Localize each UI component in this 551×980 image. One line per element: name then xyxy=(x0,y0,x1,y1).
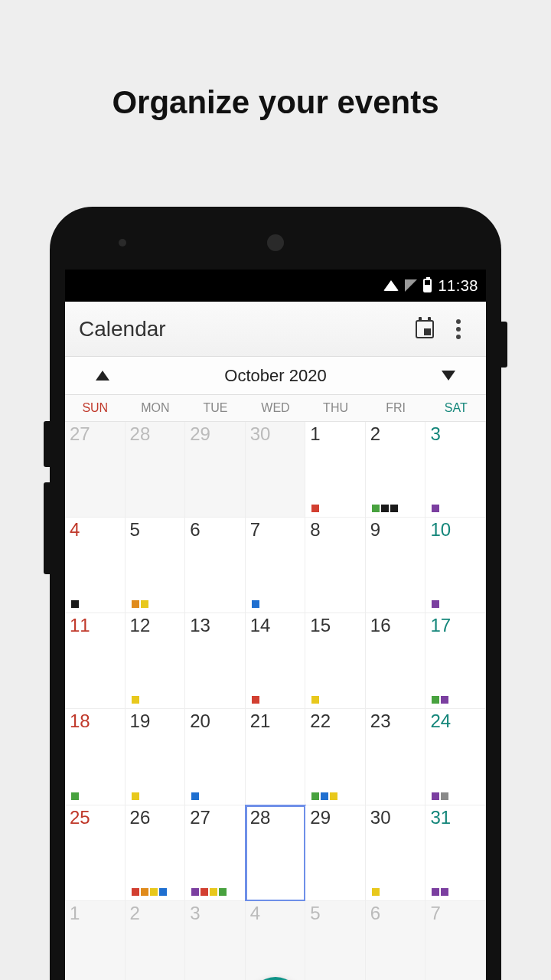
event-dots xyxy=(432,600,482,608)
calendar-cell[interactable]: 22 xyxy=(305,709,366,805)
day-number: 21 xyxy=(250,712,302,730)
day-number: 16 xyxy=(370,616,422,635)
event-dots xyxy=(71,792,122,800)
event-dots xyxy=(132,888,182,896)
day-number: 3 xyxy=(430,425,482,443)
day-number: 14 xyxy=(250,616,302,635)
event-dot xyxy=(132,792,139,800)
calendar-cell[interactable]: 23 xyxy=(366,709,426,805)
calendar-cell[interactable]: 24 xyxy=(425,709,486,805)
calendar-cell[interactable]: 15 xyxy=(305,613,366,709)
event-dots xyxy=(311,696,362,704)
calendar-cell[interactable]: 3 xyxy=(425,422,486,518)
weekday-header: SUNMONTUEWEDTHUFRISAT xyxy=(65,395,486,422)
calendar-cell[interactable]: 11 xyxy=(65,613,126,709)
calendar-cell[interactable]: 4 xyxy=(246,901,306,980)
calendar-cell[interactable]: 8 xyxy=(305,518,366,613)
calendar-cell[interactable]: 16 xyxy=(366,613,426,709)
event-dots xyxy=(132,696,182,704)
no-sim-icon xyxy=(405,279,417,292)
event-dot xyxy=(311,792,319,800)
calendar-cell[interactable]: 1 xyxy=(305,422,366,518)
calendar-cell[interactable]: 4 xyxy=(65,518,126,613)
event-dot xyxy=(71,600,79,608)
calendar-cell[interactable]: 30 xyxy=(246,422,306,518)
day-number: 12 xyxy=(130,616,182,635)
calendar-cell[interactable]: 27 xyxy=(185,805,246,901)
event-dots xyxy=(432,505,482,512)
event-dot xyxy=(141,600,148,608)
calendar-cell[interactable]: 9 xyxy=(366,518,426,613)
event-dots xyxy=(252,696,302,704)
calendar-cell[interactable]: 30 xyxy=(366,805,426,901)
status-bar: 11:38 xyxy=(65,270,486,302)
day-number: 29 xyxy=(190,425,242,443)
screen: 11:38 Calendar October 2020 SUNMONTUEWED… xyxy=(65,270,486,980)
app-bar: Calendar xyxy=(65,302,486,357)
month-picker[interactable]: October 2020 xyxy=(65,357,486,395)
today-button[interactable] xyxy=(408,312,442,346)
calendar-cell[interactable]: 7 xyxy=(425,901,486,980)
calendar-cell[interactable]: 1 xyxy=(65,901,126,980)
event-dot xyxy=(432,505,439,512)
calendar-cell[interactable]: 13 xyxy=(185,613,246,709)
day-number: 31 xyxy=(430,808,482,827)
event-dot xyxy=(132,888,139,896)
calendar-cell[interactable]: 28 xyxy=(126,422,186,518)
calendar-cell[interactable]: 2 xyxy=(366,422,426,518)
calendar-cell[interactable]: 6 xyxy=(366,901,426,980)
day-number: 13 xyxy=(190,616,242,635)
event-dot xyxy=(441,696,448,704)
event-dot xyxy=(191,792,199,800)
calendar-cell[interactable]: 31 xyxy=(425,805,486,901)
calendar-cell[interactable]: 12 xyxy=(126,613,186,709)
overflow-menu-button[interactable] xyxy=(442,312,475,346)
calendar-cell[interactable]: 2 xyxy=(126,901,186,980)
day-number: 6 xyxy=(190,521,242,539)
event-dot xyxy=(159,888,167,896)
day-number: 1 xyxy=(70,904,122,923)
event-dot xyxy=(150,888,158,896)
day-number: 1 xyxy=(310,425,362,443)
calendar-cell[interactable]: 20 xyxy=(185,709,246,805)
calendar-cell[interactable]: 7 xyxy=(246,518,306,613)
day-number: 17 xyxy=(430,616,482,635)
calendar-cell[interactable]: 5 xyxy=(305,901,366,980)
calendar-cell[interactable]: 29 xyxy=(305,805,366,901)
event-dot xyxy=(372,888,380,896)
phone-frame: 11:38 Calendar October 2020 SUNMONTUEWED… xyxy=(50,207,501,980)
calendar-cell[interactable]: 3 xyxy=(185,901,246,980)
day-number: 4 xyxy=(250,904,302,923)
calendar-cell[interactable]: 25 xyxy=(65,805,126,901)
calendar-cell[interactable]: 29 xyxy=(185,422,246,518)
event-dot xyxy=(252,696,259,704)
weekday-label: SUN xyxy=(65,395,126,421)
day-number: 18 xyxy=(70,712,122,730)
day-number: 9 xyxy=(370,521,422,539)
calendar-cell[interactable]: 26 xyxy=(126,805,186,901)
day-number: 26 xyxy=(130,808,182,827)
day-number: 28 xyxy=(250,808,302,827)
calendar-cell[interactable]: 28 xyxy=(246,805,306,901)
day-number: 7 xyxy=(430,904,482,923)
calendar-cell[interactable]: 5 xyxy=(126,518,186,613)
event-dot xyxy=(311,696,319,704)
calendar-cell[interactable]: 18 xyxy=(65,709,126,805)
day-number: 24 xyxy=(430,712,482,730)
chevron-up-icon xyxy=(96,371,109,381)
calendar-cell[interactable]: 6 xyxy=(185,518,246,613)
day-number: 2 xyxy=(130,904,182,923)
event-dot xyxy=(201,888,208,896)
event-dots xyxy=(372,888,422,896)
calendar-cell[interactable]: 14 xyxy=(246,613,306,709)
day-number: 6 xyxy=(370,904,422,923)
calendar-cell[interactable]: 19 xyxy=(126,709,186,805)
calendar-cell[interactable]: 17 xyxy=(425,613,486,709)
calendar-cell[interactable]: 21 xyxy=(246,709,306,805)
weekday-label: FRI xyxy=(366,395,426,421)
event-dots xyxy=(432,792,482,800)
day-number: 8 xyxy=(310,521,362,539)
phone-side-button xyxy=(44,482,50,574)
calendar-cell[interactable]: 27 xyxy=(65,422,126,518)
calendar-cell[interactable]: 10 xyxy=(425,518,486,613)
